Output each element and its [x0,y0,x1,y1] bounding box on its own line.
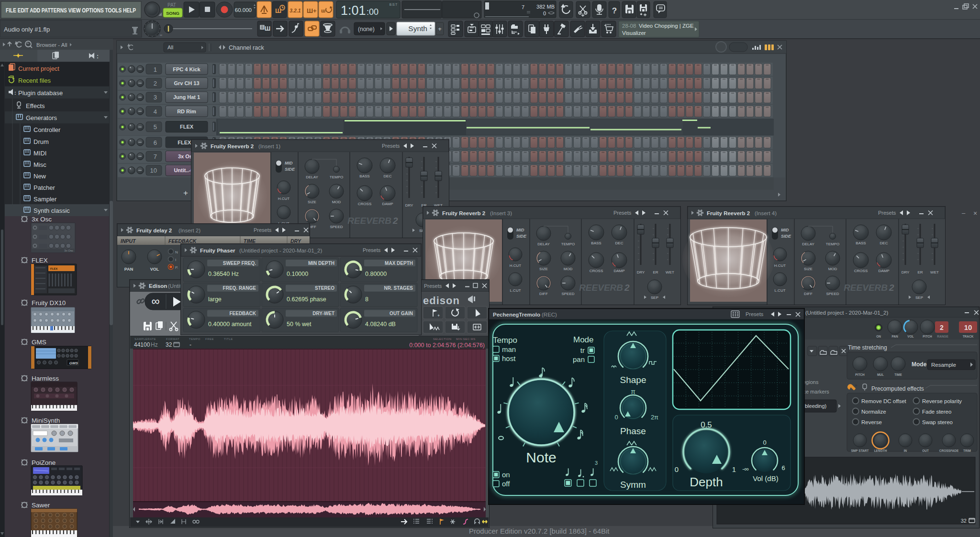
svg-text:OUT GAIN: OUT GAIN [390,311,413,316]
svg-text:DAMP: DAMP [382,202,393,206]
svg-text:Audio only #1.flp: Audio only #1.flp [4,26,50,33]
svg-text:TEMPO: TEMPO [561,242,575,246]
svg-text:2: 2 [154,80,157,87]
svg-text:Drum: Drum [33,138,49,145]
svg-text:CROSS: CROSS [854,269,868,273]
svg-text:Mode: Mode [912,361,927,368]
svg-text:Controller: Controller [33,126,61,133]
svg-text:0: 0 [614,414,618,421]
svg-text:DEC: DEC [615,241,624,245]
svg-text:Presets: Presets [424,283,442,289]
svg-text:3x Osc: 3x Osc [64,249,73,252]
svg-text:6: 6 [781,464,785,471]
svg-text:TEMPO: TEMPO [189,338,200,340]
svg-text:3.2.1: 3.2.1 [290,8,301,13]
svg-text:edison: edison [423,295,460,307]
svg-text:SIZE: SIZE [804,267,813,271]
svg-text:LENGTH: LENGTH [874,449,887,452]
svg-text:FORMAT: FORMAT [166,338,179,340]
svg-text:6: 6 [154,139,157,146]
svg-text:2: 2 [624,283,630,293]
svg-text:Phase: Phase [620,426,646,436]
svg-text:MOD: MOD [332,200,341,204]
svg-text:Reverse: Reverse [861,419,882,425]
svg-text:P.: P. [175,265,178,270]
svg-text:CROSSFADE: CROSSFADE [939,449,959,452]
svg-text:TRACK: TRACK [963,335,974,338]
svg-text:SIDE: SIDE [781,234,791,239]
svg-text:CROSS: CROSS [590,269,603,273]
svg-text:N: N [175,250,178,254]
svg-text:+: + [437,313,440,318]
svg-text:0: 0 [763,439,766,446]
svg-text:FREE: FREE [205,338,214,340]
svg-text:0:000 to 2:04:576 (2:04:576): 0:000 to 2:04:576 (2:04:576) [409,342,485,349]
svg-text:FLEX: FLEX [180,124,194,130]
svg-text:0.62695 phase: 0.62695 phase [287,296,326,303]
svg-text:Harmless: Harmless [32,375,59,382]
svg-text:TEMPO: TEMPO [826,242,839,246]
svg-text:Effects: Effects [26,102,45,110]
svg-text:382 MB: 382 MB [536,4,555,10]
svg-text:2: 2 [392,216,398,226]
svg-text:B:S:T: B:S:T [390,3,397,6]
svg-text:Presets: Presets [878,210,896,216]
svg-text:NR. STAGES: NR. STAGES [384,285,413,291]
svg-text:(REC): (REC) [542,312,557,318]
svg-text:DAMP: DAMP [613,269,624,273]
svg-text:(Insert 1): (Insert 1) [258,143,280,149]
svg-text:-: - [189,341,191,348]
svg-text:3x Osc: 3x Osc [32,216,52,223]
svg-text:SIDE: SIDE [516,234,527,239]
svg-text:8: 8 [365,296,368,303]
svg-text:Recent files: Recent files [18,77,51,84]
svg-text:ER: ER [653,270,658,274]
svg-text::: : [97,53,99,60]
svg-text:3: 3 [154,94,157,101]
svg-text:+: + [183,188,188,197]
svg-text:Ш: Ш [307,7,313,14]
svg-text:MiniSynth: MiniSynth [32,417,60,424]
svg-text:FPC 4 Kick: FPC 4 Kick [173,66,200,72]
svg-text:FEEDBACK: FEEDBACK [229,311,256,316]
svg-text:Fruity DX10: Fruity DX10 [32,299,66,307]
svg-text:Shape: Shape [620,375,646,385]
svg-text:SELECTION: SELECTION [433,338,452,340]
svg-text:28-08: 28-08 [622,23,636,29]
svg-text:DRY: DRY [637,270,645,274]
svg-text:host: host [502,354,516,362]
svg-text:Presets: Presets [363,247,381,253]
svg-text:Synth classic: Synth classic [33,207,70,214]
svg-text::00: :00 [367,7,379,17]
svg-text:I: I [175,258,176,262]
svg-text:4: 4 [154,108,157,115]
svg-text:Generators: Generators [26,114,57,121]
svg-text:New: New [33,173,46,180]
svg-text:FREQ. RANGE: FREQ. RANGE [223,285,256,291]
svg-text:bleeding): bleeding) [805,403,826,409]
svg-text:DELAY: DELAY [537,242,550,246]
svg-text:MAX DEPTH: MAX DEPTH [385,261,413,266]
svg-text:MOD: MOD [828,267,837,271]
svg-text:10: 10 [964,323,972,331]
svg-text:SWEEP FREQ.: SWEEP FREQ. [223,261,256,266]
svg-text:Synth: Synth [408,24,427,33]
svg-text:PechenegTremolo: PechenegTremolo [493,312,540,318]
svg-text:60.000: 60.000 [235,7,252,13]
svg-text:on: on [502,471,510,479]
svg-text:(Untitled project - 2020-Mar-0: (Untitled project - 2020-Mar-01_2) [805,310,888,316]
svg-text:MIN DEPTH: MIN DEPTH [308,261,334,266]
svg-text:?: ? [612,6,617,15]
svg-text:TITLE: TITLE [224,338,233,340]
svg-text:SAMPLERATE: SAMPLERATE [134,338,156,340]
svg-text:Producer Edition v20.7.2 [buil: Producer Edition v20.7.2 [build 1863] - … [469,527,610,535]
svg-text:Ш: Ш [265,25,270,32]
svg-text:MID: MID [781,228,789,232]
svg-text:REEVERB: REEVERB [347,216,391,226]
svg-text:MUL: MUL [877,373,884,376]
svg-text:REEVERB: REEVERB [579,283,623,293]
svg-text::: : [14,90,16,96]
svg-text:Swap stereo: Swap stereo [922,419,953,425]
svg-text:H.CUT: H.CUT [278,197,290,201]
svg-text:OUT: OUT [922,449,929,452]
